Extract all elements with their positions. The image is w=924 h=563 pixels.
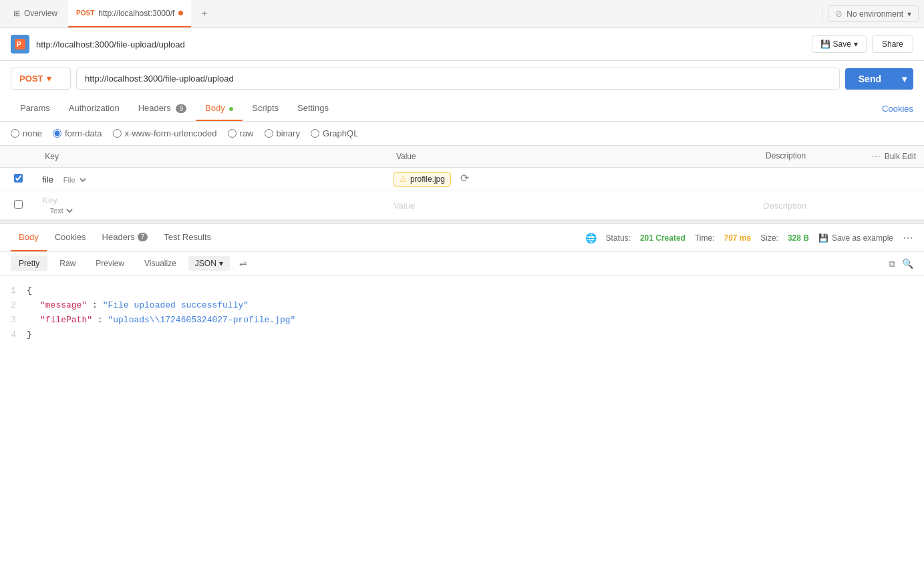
body-type-none[interactable]: none bbox=[11, 128, 42, 138]
body-type-form-data[interactable]: form-data bbox=[53, 128, 102, 138]
resp-tab-headers[interactable]: Headers 7 bbox=[94, 224, 156, 251]
col-desc-label: Description bbox=[766, 151, 806, 160]
row-key-value: file bbox=[42, 175, 53, 185]
row-value-cell: ⚠ profile.jpg ⟳ bbox=[388, 168, 758, 191]
empty-desc-cell[interactable]: Description bbox=[758, 191, 924, 220]
tab-body[interactable]: Body bbox=[196, 96, 243, 121]
time-value: 707 ms bbox=[724, 233, 752, 243]
resp-headers-badge: 7 bbox=[138, 233, 148, 241]
fmt-tab-raw[interactable]: Raw bbox=[51, 256, 84, 271]
body-type-graphql-label: GraphQL bbox=[323, 128, 358, 138]
file-name-label: profile.jpg bbox=[410, 175, 445, 184]
copy-button[interactable]: ⧉ bbox=[889, 258, 895, 269]
radio-raw[interactable] bbox=[228, 129, 237, 138]
resp-tab-cookies-label: Cookies bbox=[55, 232, 86, 242]
send-dropdown-icon[interactable]: ▾ bbox=[895, 68, 913, 90]
method-selector[interactable]: POST ▾ bbox=[11, 68, 71, 90]
empty-key-cell[interactable]: Text File bbox=[37, 191, 388, 220]
body-type-form-data-label: form-data bbox=[65, 128, 102, 138]
radio-form-data[interactable] bbox=[53, 129, 61, 138]
json-brace-close: } bbox=[27, 328, 32, 342]
json-indent-2: "message" : "File uploaded successfully" bbox=[40, 298, 249, 313]
radio-urlencoded[interactable] bbox=[113, 129, 122, 138]
row-checkbox[interactable] bbox=[14, 174, 23, 183]
warning-icon: ⚠ bbox=[400, 175, 407, 184]
format-type-selector[interactable]: JSON ▾ bbox=[188, 256, 230, 271]
col-description: Description ⋯ Bulk Edit bbox=[758, 146, 924, 168]
body-type-raw-label: raw bbox=[240, 128, 254, 138]
radio-none[interactable] bbox=[11, 129, 19, 138]
empty-value-cell[interactable]: Value bbox=[388, 191, 758, 220]
environment-selector[interactable]: ⊘ No environment ▾ bbox=[828, 5, 919, 22]
share-label: Share bbox=[882, 39, 903, 49]
body-type-raw[interactable]: raw bbox=[228, 128, 254, 138]
tab-authorization-label: Authorization bbox=[69, 103, 120, 113]
json-val-message: "File uploaded successfully" bbox=[103, 300, 249, 310]
time-label: Time: bbox=[695, 233, 715, 243]
tab-add-button[interactable]: ＋ bbox=[194, 7, 215, 21]
col-checkbox bbox=[0, 146, 37, 168]
response-section: Body Cookies Headers 7 Test Results 🌐 St… bbox=[0, 224, 924, 563]
request-tabs: Params Authorization Headers 9 Body Scri… bbox=[0, 96, 924, 122]
col-key: Key bbox=[37, 146, 388, 168]
tab-overview[interactable]: ⊞ Overview bbox=[5, 0, 65, 27]
line-num-3: 3 bbox=[0, 313, 27, 328]
search-button[interactable]: 🔍 bbox=[902, 258, 913, 269]
method-label: POST bbox=[19, 74, 43, 84]
fmt-tab-visualize[interactable]: Visualize bbox=[136, 256, 184, 271]
body-type-urlencoded[interactable]: x-www-form-urlencoded bbox=[113, 128, 217, 138]
tab-scripts[interactable]: Scripts bbox=[243, 96, 288, 121]
col-value-label: Value bbox=[396, 152, 416, 161]
env-chevron-icon: ▾ bbox=[907, 9, 911, 19]
format-actions: ⧉ 🔍 bbox=[889, 258, 913, 269]
resp-tab-body[interactable]: Body bbox=[11, 224, 47, 251]
resp-tab-test-results[interactable]: Test Results bbox=[156, 224, 219, 251]
radio-graphql[interactable] bbox=[311, 129, 319, 138]
filter-icon[interactable]: ⇌ bbox=[239, 258, 247, 269]
tab-request-active[interactable]: POST http://localhost:3000/f bbox=[68, 0, 191, 27]
save-example-label: Save as example bbox=[832, 233, 893, 243]
row-type-select[interactable]: File Text bbox=[61, 175, 88, 185]
more-options-icon[interactable]: ⋯ bbox=[871, 151, 881, 162]
more-options-button[interactable]: ⋯ bbox=[903, 231, 913, 244]
bulk-edit-label: Bulk Edit bbox=[885, 152, 916, 161]
body-type-urlencoded-label: x-www-form-urlencoded bbox=[125, 128, 217, 138]
body-type-graphql[interactable]: GraphQL bbox=[311, 128, 358, 138]
body-type-binary[interactable]: binary bbox=[265, 128, 300, 138]
status-value: 201 Created bbox=[640, 233, 685, 243]
method-url-row: POST ▾ Send ▾ bbox=[0, 61, 924, 96]
fmt-tab-preview[interactable]: Preview bbox=[88, 256, 132, 271]
radio-binary[interactable] bbox=[265, 129, 273, 138]
tab-headers[interactable]: Headers 9 bbox=[129, 96, 196, 121]
empty-type-select[interactable]: Text File bbox=[47, 206, 75, 215]
save-button[interactable]: 💾 Save ▾ bbox=[812, 35, 867, 53]
cookies-label: Cookies bbox=[882, 104, 913, 114]
status-label: Status: bbox=[606, 233, 631, 243]
tab-authorization[interactable]: Authorization bbox=[59, 96, 129, 121]
upload-icon[interactable]: ⟳ bbox=[460, 173, 469, 184]
postman-icon: P bbox=[11, 35, 29, 53]
body-types: none form-data x-www-form-urlencoded raw… bbox=[0, 122, 924, 146]
fmt-tab-pretty[interactable]: Pretty bbox=[11, 256, 47, 271]
form-data-table: Key Value Description ⋯ Bulk Edit bbox=[0, 146, 924, 220]
bulk-edit-button[interactable]: Bulk Edit bbox=[885, 152, 916, 161]
cookies-link[interactable]: Cookies bbox=[882, 104, 913, 114]
body-type-binary-label: binary bbox=[277, 128, 300, 138]
empty-row-checkbox[interactable] bbox=[14, 200, 23, 209]
tab-settings[interactable]: Settings bbox=[288, 96, 338, 121]
url-display: http://localhost:3000/file-upload/upload bbox=[36, 39, 805, 49]
url-input[interactable] bbox=[76, 68, 840, 90]
tab-params[interactable]: Params bbox=[11, 96, 59, 121]
format-chevron-icon: ▾ bbox=[219, 259, 223, 268]
response-meta: 🌐 Status: 201 Created Time: 707 ms Size:… bbox=[585, 231, 913, 244]
row-desc-cell bbox=[758, 168, 924, 191]
globe-icon: 🌐 bbox=[585, 233, 597, 243]
share-button[interactable]: Share bbox=[872, 35, 913, 53]
resp-tab-cookies[interactable]: Cookies bbox=[47, 224, 94, 251]
line-num-1: 1 bbox=[0, 284, 27, 298]
save-example-button[interactable]: 💾 Save as example bbox=[818, 233, 893, 243]
svg-text:P: P bbox=[17, 41, 21, 48]
empty-key-input[interactable] bbox=[42, 195, 383, 205]
url-bar: P http://localhost:3000/file-upload/uplo… bbox=[0, 28, 924, 61]
send-button[interactable]: Send ▾ bbox=[845, 68, 913, 90]
